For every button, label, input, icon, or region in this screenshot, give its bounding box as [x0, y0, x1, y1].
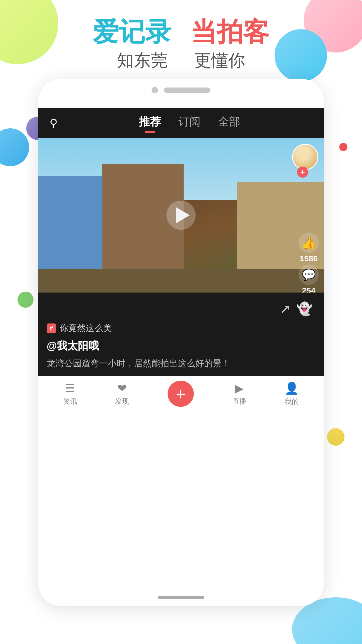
add-button[interactable]: + — [168, 381, 194, 407]
content-username[interactable]: @我太阳哦 — [47, 339, 315, 353]
hashtag-badge: # — [47, 323, 56, 333]
comment-button[interactable]: 💬 — [298, 265, 319, 285]
blob-blue-left — [0, 128, 29, 166]
search-icon[interactable]: ⚲ — [50, 117, 58, 130]
video-area: + 👍 1586 💬 254 — [38, 138, 324, 293]
header-main: 爱记录 当拍客 — [0, 18, 362, 46]
blob-green-left — [17, 292, 34, 308]
play-button[interactable] — [166, 201, 196, 230]
phone-notch-area — [38, 79, 324, 93]
subtitle-part1: 知东莞 — [117, 51, 168, 70]
like-button[interactable]: 👍 — [298, 232, 319, 253]
app-screen: ⚲ 推荐 订阅 全部 + — [38, 108, 324, 583]
like-count: 1586 — [300, 254, 318, 263]
comment-icon: 💬 — [302, 268, 316, 281]
ghost-icon[interactable]: 👻 — [296, 301, 312, 316]
tab-item-live[interactable]: ▶ 直播 — [232, 382, 246, 406]
header-part1: 爱记录 — [93, 17, 171, 46]
tab-recommended[interactable]: 推荐 — [139, 114, 161, 132]
header-sub: 知东莞 更懂你 — [0, 49, 362, 72]
news-icon: ☰ — [65, 382, 75, 395]
tab-item-profile[interactable]: 👤 我的 — [284, 382, 299, 406]
hashtag-row: # 你竟然这么美 — [47, 322, 315, 334]
content-area: # 你竟然这么美 @我太阳哦 龙湾公园遛弯一小时，居然能拍出这么好的景！ — [38, 319, 324, 376]
tab-label-live: 直播 — [232, 397, 246, 406]
blob-red-right — [339, 143, 347, 151]
like-area: 👍 1586 — [298, 232, 319, 263]
hashtag-text: 你竟然这么美 — [59, 322, 112, 334]
tab-label-profile: 我的 — [285, 397, 299, 406]
avatar — [292, 144, 318, 170]
avatar-image — [293, 145, 317, 169]
action-row: ↗ 👻 — [47, 298, 315, 319]
phone-frame: ⚲ 推荐 订阅 全部 + — [38, 79, 324, 606]
home-indicator — [158, 596, 204, 599]
profile-icon: 👤 — [284, 382, 299, 395]
tab-label-news: 资讯 — [63, 397, 77, 406]
blob-yellow-right — [327, 428, 345, 446]
tab-subscribed[interactable]: 订阅 — [178, 114, 201, 132]
discover-icon: ❤ — [117, 382, 127, 395]
tab-item-discover[interactable]: ❤ 发现 — [115, 382, 129, 406]
tab-item-news[interactable]: ☰ 资讯 — [63, 382, 77, 406]
comment-count: 254 — [302, 286, 316, 293]
dark-section: ↗ 👻 — [38, 293, 324, 319]
share-icon[interactable]: ↗ — [280, 301, 291, 316]
live-icon: ▶ — [235, 382, 244, 395]
header-part2: 当拍客 — [191, 17, 269, 46]
bottom-tab-bar: ☰ 资讯 ❤ 发现 + ▶ 直播 👤 我的 — [38, 376, 324, 412]
comment-area: 💬 254 — [298, 265, 319, 293]
play-triangle-icon — [176, 207, 190, 223]
notch-dot — [152, 87, 158, 93]
notch-bar — [164, 88, 210, 93]
header-area: 爱记录 当拍客 知东莞 更懂你 — [0, 18, 362, 72]
subtitle-part2: 更懂你 — [194, 51, 245, 70]
follow-button[interactable]: + — [297, 167, 308, 178]
thumbs-up-icon: 👍 — [301, 236, 316, 250]
scene-ground — [38, 269, 324, 293]
nav-tabs: 推荐 订阅 全部 — [66, 114, 312, 132]
tab-label-discover: 发现 — [115, 397, 129, 406]
nav-bar: ⚲ 推荐 订阅 全部 — [38, 108, 324, 138]
content-description: 龙湾公园遛弯一小时，居然能拍出这么好的景！ — [47, 357, 315, 370]
tab-all[interactable]: 全部 — [218, 114, 240, 132]
